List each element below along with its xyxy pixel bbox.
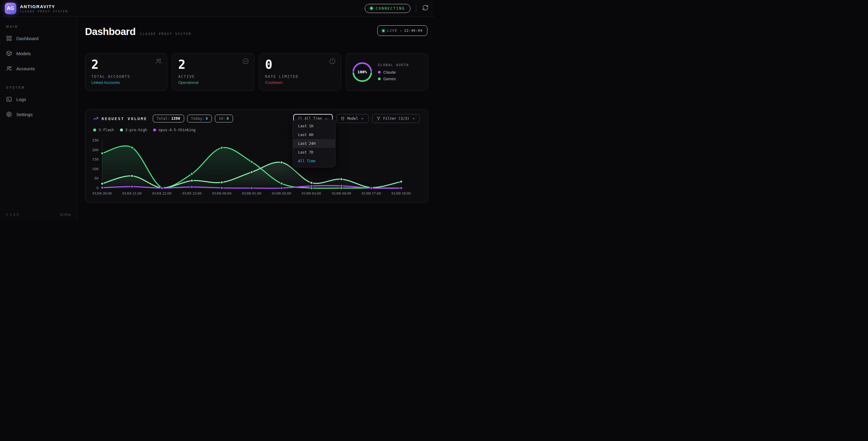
stat-value: 0 xyxy=(265,58,335,71)
x-axis-tick: 01/06 03:00 xyxy=(298,192,325,195)
separator-dot xyxy=(400,30,401,31)
sidebar-item-models[interactable]: Models xyxy=(3,47,74,60)
chip-value: 1390 xyxy=(171,116,180,121)
status-dot xyxy=(370,7,373,10)
grid-icon xyxy=(6,35,12,41)
gear-icon xyxy=(6,111,12,117)
sidebar-item-dashboard[interactable]: Dashboard xyxy=(3,31,74,45)
divider xyxy=(416,4,416,12)
refresh-button[interactable] xyxy=(422,4,429,13)
chip-label: Total: xyxy=(157,116,170,121)
stat-card-rate-limited: 0RATE LIMITEDCooldown xyxy=(259,53,341,91)
stat-value: 2 xyxy=(178,58,248,71)
live-clock: 22:46:04 xyxy=(404,29,423,33)
x-axis-tick: 01/06 02:00 xyxy=(268,192,296,195)
users-icon xyxy=(6,65,12,71)
stat-card-total-accounts: 2TOTAL ACCOUNTSLinked Accounts xyxy=(85,53,167,91)
chart-title: REQUEST VOLUME xyxy=(101,116,147,121)
stat-card-active: 2ACTIVEOperational xyxy=(172,53,254,91)
button-label: Model xyxy=(347,116,358,121)
dropdown-item-last-24h[interactable]: Last 24H xyxy=(293,139,335,148)
x-axis-tick: 01/06 01:00 xyxy=(238,192,266,195)
dropdown-item-all-time[interactable]: All Time xyxy=(293,156,335,165)
chart-canvas xyxy=(85,138,421,199)
terminal-icon xyxy=(6,96,12,102)
x-axis-tick: 01/08 18:00 xyxy=(387,192,415,195)
app-title: ANTIGRAVITY xyxy=(20,4,68,9)
y-axis-tick: 200 xyxy=(86,148,98,152)
legend-dot xyxy=(378,78,381,80)
live-label: LIVE xyxy=(387,29,398,33)
chart-legend-item: opus-4-5-thinking xyxy=(153,128,195,132)
quota-percent: 100% xyxy=(352,62,373,82)
sidebar-item-logs[interactable]: Logs xyxy=(3,92,74,106)
legend-dot xyxy=(93,128,96,131)
legend-name: 3-flash xyxy=(98,128,114,132)
sidebar-item-label: Settings xyxy=(16,112,33,117)
sidebar-item-label: Models xyxy=(16,51,31,56)
box-icon xyxy=(341,116,345,121)
legend-dot xyxy=(378,71,381,74)
quota-legend-item: Claude xyxy=(378,70,409,75)
sidebar-item-settings[interactable]: Settings xyxy=(3,108,74,121)
dropdown-item-last-7d[interactable]: Last 7D xyxy=(293,148,335,156)
chart-legend-item: 3-flash xyxy=(93,128,114,132)
trending-up-icon xyxy=(93,116,98,121)
x-axis-tick: 01/06 04:00 xyxy=(328,192,355,195)
y-axis-tick: 0 xyxy=(86,186,98,190)
trending-up-icon xyxy=(93,116,98,121)
quota-legend-item: Gemini xyxy=(378,77,409,81)
x-axis-tick: 01/04 21:00 xyxy=(118,192,146,195)
funnel-icon xyxy=(376,116,381,121)
live-dot xyxy=(382,30,384,32)
chip-today: Today:0 xyxy=(187,115,212,122)
y-axis-tick: 250 xyxy=(86,139,98,142)
sidebar-item-accounts[interactable]: Accounts xyxy=(3,62,74,76)
chip-1h: 1H:0 xyxy=(215,115,233,122)
refresh-icon xyxy=(422,4,429,11)
github-link[interactable]: GitHub xyxy=(60,213,71,216)
connection-status-badge[interactable]: CONNECTING xyxy=(365,4,410,13)
dropdown-item-last-6h[interactable]: Last 6H xyxy=(293,130,335,139)
global-quota-card: 100%GLOBAL QUOTAClaudeGemini xyxy=(346,53,428,91)
version-label: V 1.0.0 xyxy=(6,213,19,216)
sidebar-item-label: Logs xyxy=(16,97,26,102)
legend-name: 3-pro-high xyxy=(125,128,147,132)
live-badge: LIVE 22:46:04 xyxy=(377,25,427,36)
stat-label: RATE LIMITED xyxy=(265,75,335,79)
chevron-down-icon xyxy=(412,117,415,121)
check-circle-icon xyxy=(242,58,249,64)
main-content: Dashboard CLAUDE PROXY SYSTEM LIVE 22:46… xyxy=(77,17,434,220)
app-logo: AG xyxy=(5,3,16,14)
time-range-dropdown: Last 1HLast 6HLast 24HLast 7DAll Time xyxy=(293,119,336,168)
y-axis-tick: 100 xyxy=(86,167,98,171)
top-bar: AG ANTIGRAVITY CLAUDE PROXY SYSTEM CONNE… xyxy=(0,0,434,17)
chevron-down-icon xyxy=(361,117,364,121)
alert-circle-icon xyxy=(329,58,336,64)
x-axis-tick: 01/08 17:00 xyxy=(358,192,385,195)
refresh-icon xyxy=(422,4,429,12)
y-axis-tick: 50 xyxy=(86,176,98,180)
quota-label: GLOBAL QUOTA xyxy=(378,63,409,67)
legend-name: Claude xyxy=(383,70,396,75)
button-label: Filter (3/3) xyxy=(383,116,409,121)
model-dropdown-button[interactable]: Model xyxy=(336,114,369,123)
chip-label: 1H: xyxy=(219,116,225,121)
sidebar-item-label: Accounts xyxy=(16,66,35,71)
cube-icon xyxy=(6,50,12,56)
filter-dropdown-button[interactable]: Filter (3/3) xyxy=(372,114,420,123)
chip-value: 0 xyxy=(206,116,208,121)
chart-legend-item: 3-pro-high xyxy=(120,128,147,132)
chip-total: Total:1390 xyxy=(153,115,184,122)
request-volume-card: REQUEST VOLUME Total:1390Today:01H:0 All… xyxy=(85,109,428,203)
legend-dot xyxy=(120,128,123,131)
status-text: CONNECTING xyxy=(376,6,405,10)
chip-label: Today: xyxy=(191,116,205,121)
users-icon xyxy=(155,58,162,64)
dropdown-item-last-1h[interactable]: Last 1H xyxy=(293,122,335,130)
page-title: Dashboard xyxy=(85,26,135,37)
stat-sublabel: Linked Accounts xyxy=(91,80,161,85)
sidebar-section-label: MAIN xyxy=(3,22,74,31)
stat-label: TOTAL ACCOUNTS xyxy=(91,75,161,79)
sidebar-section-label: SYSTEM xyxy=(3,83,74,92)
